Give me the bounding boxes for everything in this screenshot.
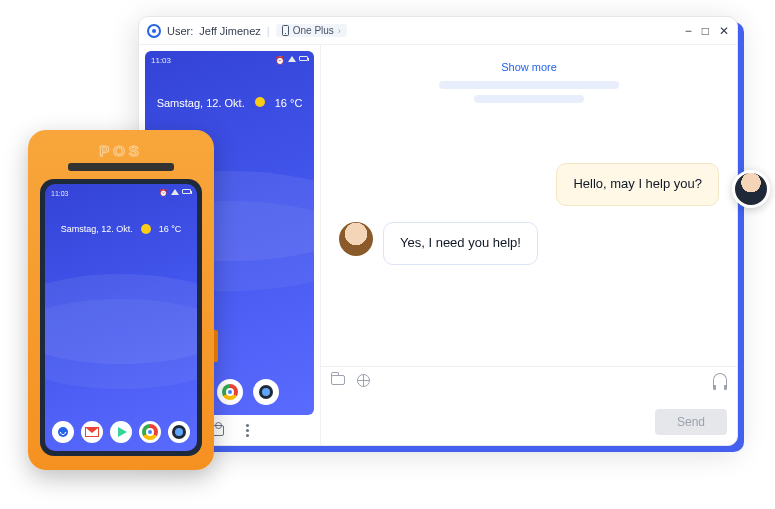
- agent-avatar: [732, 170, 770, 208]
- status-time: 11:03: [151, 56, 171, 65]
- window-controls: − □ ✕: [685, 25, 729, 37]
- title-divider: |: [267, 25, 270, 37]
- pos-phone-screen[interactable]: 11:03 ⏰ Samstag, 12. Okt. 16 °C: [45, 184, 197, 451]
- chevron-right-icon: ›: [338, 26, 341, 36]
- titlebar: User: Jeff Jimenez | One Plus › − □ ✕: [139, 17, 737, 45]
- app-icon: [147, 24, 161, 38]
- web-icon[interactable]: [357, 374, 370, 387]
- phone-app-icon[interactable]: [52, 421, 74, 443]
- chat-panel: Show more Hello, may I help you? Yes, I …: [321, 45, 737, 445]
- receipt-slot: [68, 163, 174, 171]
- more-button[interactable]: [239, 422, 255, 438]
- user-name: Jeff Jimenez: [199, 25, 261, 37]
- maximize-button[interactable]: □: [702, 25, 709, 37]
- close-button[interactable]: ✕: [719, 25, 729, 37]
- send-button[interactable]: Send: [655, 409, 727, 435]
- chrome-icon[interactable]: [217, 379, 243, 405]
- home-temp: 16 °C: [159, 224, 182, 234]
- chrome-icon[interactable]: [139, 421, 161, 443]
- battery-icon: [299, 56, 308, 61]
- message-row-outgoing: Hello, may I help you?: [339, 163, 719, 206]
- device-name: One Plus: [293, 25, 334, 36]
- pos-side-button[interactable]: [214, 330, 218, 362]
- play-store-icon[interactable]: [110, 421, 132, 443]
- headset-icon[interactable]: [713, 373, 727, 387]
- phone-icon: [282, 25, 289, 36]
- message-bubble: Hello, may I help you?: [556, 163, 719, 206]
- alarm-icon: ⏰: [159, 189, 168, 197]
- weather-sun-icon: [141, 224, 151, 234]
- user-prefix: User:: [167, 25, 193, 37]
- camera-icon[interactable]: [253, 379, 279, 405]
- home-temp: 16 °C: [275, 97, 303, 109]
- chat-composer: Send: [321, 366, 737, 445]
- minimize-button[interactable]: −: [685, 25, 692, 37]
- message-row-incoming: Yes, I need you help!: [339, 222, 719, 265]
- home-date: Samstag, 12. Okt.: [157, 97, 245, 109]
- android-dock: [45, 421, 197, 443]
- android-statusbar: 11:03 ⏰: [45, 184, 197, 202]
- signal-icon: [288, 56, 296, 62]
- message-bubble: Yes, I need you help!: [383, 222, 538, 265]
- battery-icon: [182, 189, 191, 194]
- support-window: User: Jeff Jimenez | One Plus › − □ ✕ 11…: [138, 16, 738, 446]
- device-chip[interactable]: One Plus ›: [276, 24, 347, 37]
- attach-file-icon[interactable]: [331, 375, 345, 385]
- home-date: Samstag, 12. Okt.: [61, 224, 133, 234]
- loading-placeholder: [339, 81, 719, 103]
- signal-icon: [171, 189, 179, 195]
- chat-log[interactable]: Show more Hello, may I help you? Yes, I …: [321, 45, 737, 366]
- android-statusbar: 11:03 ⏰: [145, 51, 314, 69]
- gmail-icon[interactable]: [81, 421, 103, 443]
- weather-sun-icon: [255, 97, 265, 107]
- pos-phone-frame: 11:03 ⏰ Samstag, 12. Okt. 16 °C: [40, 179, 202, 456]
- camera-icon[interactable]: [168, 421, 190, 443]
- show-more-link[interactable]: Show more: [339, 61, 719, 73]
- pos-device: POS 11:03 ⏰ Samstag, 12. Okt. 16 °C: [28, 130, 214, 470]
- pos-brand: POS: [40, 142, 202, 159]
- user-avatar: [339, 222, 373, 256]
- status-time: 11:03: [51, 190, 69, 197]
- alarm-icon: ⏰: [275, 56, 285, 65]
